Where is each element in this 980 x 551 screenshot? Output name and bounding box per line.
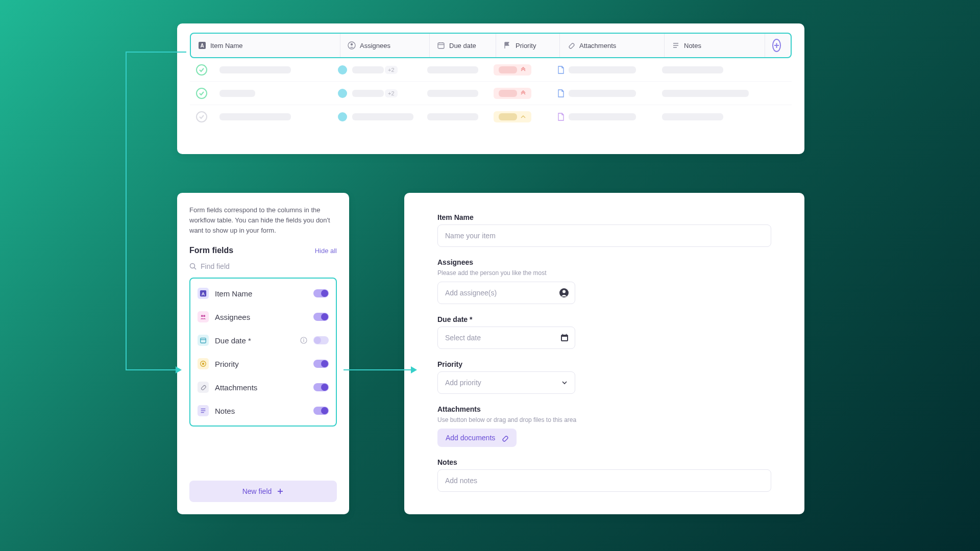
svg-text:A: A: [200, 43, 204, 48]
add-documents-button[interactable]: Add documents: [437, 429, 517, 447]
field-label: Item Name: [215, 289, 307, 298]
column-add: +: [765, 34, 788, 57]
new-field-button[interactable]: New field: [189, 481, 337, 502]
assignees-hint: Please add the person you like the most: [437, 269, 771, 277]
field-label: Notes: [215, 407, 307, 415]
svg-point-11: [190, 264, 195, 268]
add-column-button[interactable]: +: [772, 39, 781, 52]
fields-list: AItem NameAssigneesDue date *PriorityAtt…: [189, 278, 337, 427]
field-toggle[interactable]: [313, 407, 329, 415]
svg-point-23: [202, 363, 204, 365]
panel-title: Form fields: [189, 246, 233, 255]
svg-rect-4: [438, 43, 444, 48]
svg-line-12: [194, 268, 197, 270]
field-row[interactable]: Assignees: [190, 305, 336, 329]
hide-all-button[interactable]: Hide all: [315, 247, 337, 255]
field-label: Priority: [215, 360, 307, 368]
attachment-icon: [500, 434, 508, 442]
flag-icon: [503, 41, 511, 49]
due-date-label: Due date *: [437, 315, 771, 323]
arrow-icon: [411, 366, 417, 373]
text-icon: A: [198, 288, 209, 299]
column-notes[interactable]: Notes: [664, 34, 765, 57]
assignees-input[interactable]: [437, 282, 575, 304]
field-search[interactable]: [189, 262, 337, 270]
target-icon: [198, 358, 209, 369]
row-checkbox[interactable]: [196, 111, 207, 122]
field-label: Assignees: [215, 313, 307, 321]
svg-point-15: [201, 315, 203, 317]
info-icon: [300, 337, 307, 344]
connector: [126, 52, 186, 53]
calendar-icon: [198, 335, 209, 346]
row-checkbox[interactable]: [196, 88, 207, 99]
column-assignees[interactable]: Assignees: [340, 34, 429, 57]
connector: [344, 369, 411, 370]
priority-select[interactable]: [437, 371, 575, 394]
attachments-hint: Use button below or drag and drop files …: [437, 416, 771, 423]
notes-input[interactable]: [437, 469, 771, 492]
person-icon: [559, 288, 569, 298]
row-checkbox[interactable]: [196, 64, 207, 76]
person-icon: [348, 41, 356, 49]
priority-label: Priority: [437, 360, 771, 368]
field-toggle[interactable]: [313, 336, 329, 344]
connector: [126, 369, 176, 370]
people-icon: [198, 311, 209, 322]
calendar-icon: [560, 333, 569, 342]
table-header-row: A Item Name Assignees Due date Priority …: [190, 33, 792, 58]
field-toggle[interactable]: [313, 383, 329, 391]
column-due-date[interactable]: Due date: [429, 34, 496, 57]
arrow-icon: [176, 366, 182, 373]
svg-point-30: [562, 290, 566, 293]
form-preview-card: Item Name Assignees Please add the perso…: [404, 193, 804, 514]
search-icon: [189, 263, 197, 270]
field-label: Due date *: [215, 336, 294, 345]
svg-point-3: [351, 43, 353, 46]
paperclip-icon: [567, 41, 575, 49]
assignee-overflow: +2: [385, 89, 398, 97]
column-label: Assignees: [360, 42, 390, 49]
field-row[interactable]: Priority: [190, 352, 336, 375]
calendar-icon: [437, 41, 445, 49]
column-priority[interactable]: Priority: [496, 34, 559, 57]
list-icon: [672, 41, 680, 49]
field-row[interactable]: Attachments: [190, 375, 336, 399]
field-row[interactable]: Notes: [190, 399, 336, 422]
table-row: [190, 105, 792, 129]
attachments-label: Attachments: [437, 405, 771, 413]
item-name-label: Item Name: [437, 213, 771, 221]
list-icon: [198, 405, 209, 416]
connector: [126, 52, 127, 370]
field-search-input[interactable]: [201, 262, 337, 270]
column-item-name[interactable]: A Item Name: [191, 34, 340, 57]
assignees-label: Assignees: [437, 258, 771, 266]
column-label: Attachments: [579, 42, 616, 49]
workflow-table-card: A Item Name Assignees Due date Priority …: [177, 23, 804, 154]
field-toggle[interactable]: [313, 360, 329, 368]
panel-description: Form fields correspond to the columns in…: [189, 205, 337, 236]
paperclip-icon: [198, 382, 209, 393]
field-toggle[interactable]: [313, 289, 329, 297]
assignee-overflow: +2: [385, 66, 398, 74]
field-label: Attachments: [215, 383, 307, 392]
field-row[interactable]: Due date *: [190, 329, 336, 352]
column-label: Notes: [684, 42, 701, 49]
svg-point-20: [303, 339, 304, 340]
table-row: +2: [190, 58, 792, 82]
notes-label: Notes: [437, 458, 771, 466]
text-icon: A: [198, 41, 206, 49]
svg-rect-32: [562, 337, 567, 340]
new-field-label: New field: [242, 487, 272, 495]
field-toggle[interactable]: [313, 313, 329, 321]
column-label: Priority: [516, 42, 536, 49]
column-attachments[interactable]: Attachments: [559, 34, 664, 57]
plus-icon: [277, 488, 284, 495]
due-date-input[interactable]: [437, 327, 575, 349]
column-label: Due date: [449, 42, 476, 49]
item-name-input[interactable]: [437, 224, 771, 247]
field-row[interactable]: AItem Name: [190, 282, 336, 305]
add-documents-label: Add documents: [446, 434, 495, 442]
chevron-down-icon: [561, 379, 568, 386]
table-row: +2: [190, 82, 792, 105]
